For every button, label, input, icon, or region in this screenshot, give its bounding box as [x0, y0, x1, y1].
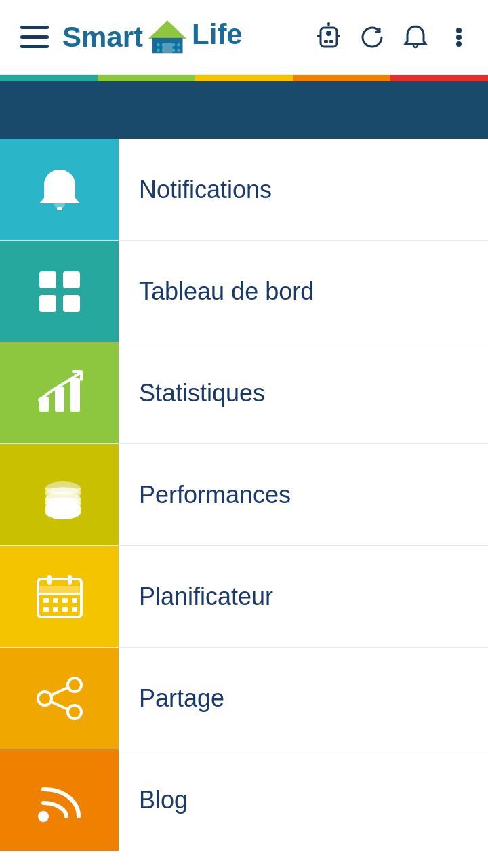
menu-item-statistiques[interactable]: Statistiques	[0, 342, 488, 444]
svg-rect-47	[53, 598, 58, 603]
notifications-icon-col	[0, 139, 119, 240]
svg-rect-15	[329, 40, 333, 43]
svg-rect-52	[62, 607, 68, 612]
menu-item-tableau[interactable]: Tableau de bord	[0, 241, 488, 342]
svg-line-57	[52, 688, 68, 695]
tableau-label: Tableau de bord	[139, 277, 314, 306]
grid-menu-icon	[33, 264, 87, 319]
svg-rect-25	[39, 271, 56, 288]
statistiques-label-col: Statistiques	[119, 342, 488, 443]
svg-rect-51	[53, 607, 58, 612]
svg-rect-46	[43, 598, 49, 603]
color-bar-green	[98, 75, 195, 81]
header-left: Smart	[14, 18, 243, 57]
svg-line-58	[52, 702, 68, 709]
svg-rect-26	[63, 271, 80, 288]
svg-point-54	[68, 678, 81, 692]
device-icon[interactable]	[313, 22, 344, 53]
tableau-icon-col	[0, 241, 119, 342]
performances-label: Performances	[139, 481, 291, 509]
color-bar-red	[390, 75, 488, 81]
svg-rect-14	[324, 40, 328, 43]
planificateur-label: Planificateur	[139, 583, 273, 611]
share-menu-icon	[33, 671, 87, 726]
rss-menu-icon	[33, 773, 87, 827]
planificateur-icon-col	[0, 546, 119, 647]
svg-rect-49	[72, 598, 77, 603]
menu-list: Notifications Tableau de bord	[0, 139, 488, 851]
svg-point-17	[327, 22, 330, 25]
svg-point-11	[177, 48, 180, 52]
more-options-icon[interactable]	[443, 22, 474, 53]
notifications-label-col: Notifications	[119, 139, 488, 240]
partage-label: Partage	[139, 684, 224, 713]
refresh-icon[interactable]	[357, 22, 388, 53]
logo: Smart	[62, 18, 243, 57]
performances-icon-col	[0, 444, 119, 545]
color-bar-orange	[293, 75, 390, 81]
menu-item-blog[interactable]: Blog	[0, 749, 488, 851]
app-header: Smart	[0, 0, 488, 75]
svg-point-5	[167, 43, 170, 47]
logo-smart-text: Smart	[62, 23, 143, 52]
svg-point-7	[177, 43, 180, 47]
menu-item-performances[interactable]: Performances	[0, 444, 488, 546]
menu-item-notifications[interactable]: Notifications	[0, 139, 488, 241]
svg-point-8	[157, 48, 160, 52]
svg-point-22	[456, 41, 462, 47]
svg-rect-30	[55, 387, 64, 412]
header-right	[313, 22, 474, 53]
svg-rect-53	[72, 607, 77, 612]
svg-point-10	[172, 48, 176, 52]
svg-point-13	[326, 31, 331, 36]
tableau-label-col: Tableau de bord	[119, 241, 488, 342]
menu-item-partage[interactable]: Partage	[0, 648, 488, 749]
svg-rect-31	[70, 378, 80, 412]
svg-point-21	[456, 35, 462, 40]
menu-item-planificateur[interactable]: Planificateur	[0, 546, 488, 648]
svg-point-3	[157, 43, 160, 47]
svg-point-40	[45, 506, 81, 519]
logo-house-wrapper	[147, 18, 188, 57]
coins-menu-icon	[33, 468, 87, 522]
svg-marker-0	[148, 20, 187, 39]
bell-menu-icon	[33, 163, 87, 217]
performances-label-col: Performances	[119, 444, 488, 545]
color-bar-yellow	[195, 75, 293, 81]
svg-rect-45	[68, 575, 72, 585]
svg-point-59	[38, 811, 49, 822]
svg-rect-42	[38, 586, 81, 594]
blog-icon-col	[0, 749, 119, 851]
svg-rect-48	[62, 598, 68, 603]
svg-rect-27	[39, 295, 56, 312]
svg-rect-44	[47, 575, 52, 585]
partage-icon-col	[0, 648, 119, 749]
dark-banner	[0, 81, 488, 139]
svg-point-4	[162, 43, 165, 47]
logo-life-text: Life	[192, 20, 243, 49]
statistiques-icon-col	[0, 342, 119, 443]
logo-house-icon	[147, 18, 188, 57]
svg-point-6	[172, 43, 176, 47]
calendar-menu-icon	[33, 570, 87, 624]
svg-point-55	[68, 705, 81, 719]
svg-point-9	[162, 48, 165, 52]
blog-label-col: Blog	[119, 749, 488, 851]
chart-menu-icon	[33, 366, 87, 420]
svg-rect-24	[57, 207, 62, 210]
blog-label: Blog	[139, 786, 188, 814]
hamburger-menu-button[interactable]	[14, 19, 56, 55]
statistiques-label: Statistiques	[139, 379, 265, 408]
svg-point-56	[38, 692, 52, 705]
svg-point-20	[456, 28, 462, 33]
svg-rect-50	[43, 607, 49, 612]
notification-bell-icon[interactable]	[400, 22, 431, 53]
partage-label-col: Partage	[119, 648, 488, 749]
notifications-label: Notifications	[139, 176, 272, 204]
color-bar-teal	[0, 75, 98, 81]
color-bar	[0, 75, 488, 81]
planificateur-label-col: Planificateur	[119, 546, 488, 647]
svg-rect-28	[63, 295, 80, 312]
